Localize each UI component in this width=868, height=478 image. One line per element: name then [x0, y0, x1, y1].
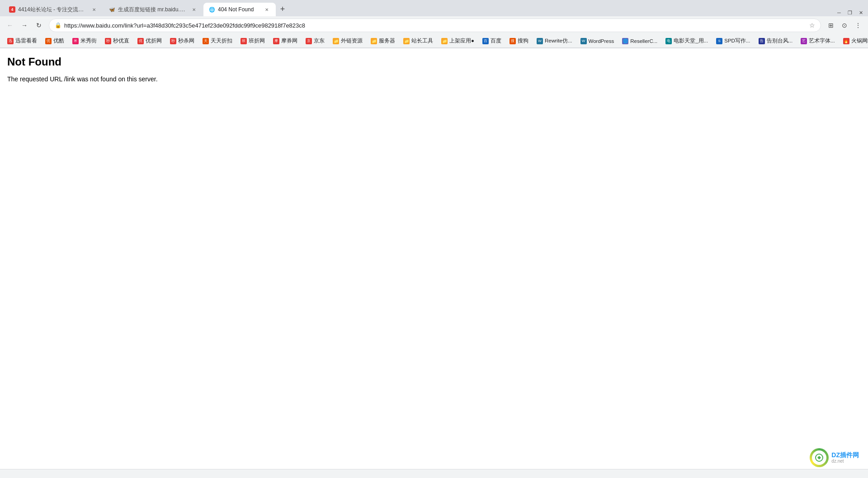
- address-text: https://www.baidu.com/link?url=a3f48d30f…: [64, 22, 807, 29]
- bookmark-jd[interactable]: 京 京东: [302, 36, 328, 46]
- tab-1-title: 4414站长论坛 - 专注交流的...: [18, 6, 88, 14]
- bookmark-zhangzhang[interactable]: 📁 站长工具: [400, 36, 437, 46]
- dz-logo-circle: [810, 448, 829, 467]
- bk-fuwuqi-label: 服务器: [379, 37, 395, 44]
- bk-sougou-favicon: 搜: [509, 38, 516, 44]
- bk-youku-label: 优酷: [53, 37, 64, 44]
- secure-icon: 🔒: [55, 22, 61, 28]
- bookmark-mixiu[interactable]: 米 米秀街: [69, 36, 100, 46]
- bookmark-tianzhe[interactable]: 天 天天折扣: [199, 36, 236, 46]
- bookmark-banzhe[interactable]: 班 班折网: [237, 36, 269, 46]
- bk-wordpress-favicon: W: [580, 38, 587, 44]
- more-button[interactable]: ⋮: [852, 19, 864, 32]
- tab-2-close[interactable]: ✕: [190, 6, 198, 13]
- bookmark-youzhe[interactable]: 优 优折网: [134, 36, 165, 46]
- bk-banzhe-label: 班折网: [249, 37, 265, 44]
- tabs-bar: 4 4414站长论坛 - 专注交流的... ✕ 🦋 生成百度短链接 mr.bai…: [0, 0, 868, 16]
- tab-2[interactable]: 🦋 生成百度短链接 mr.baidu.com... ✕: [104, 3, 203, 16]
- bk-reseller-label: ResellerC...: [630, 38, 657, 44]
- bk-wailian-favicon: 📁: [333, 38, 339, 44]
- bk-banzhe-favicon: 班: [241, 38, 247, 44]
- bookmark-shangjia[interactable]: 📁 上架应用●: [438, 36, 478, 46]
- bk-tianzhe-label: 天天折扣: [211, 37, 232, 44]
- address-bar[interactable]: 🔒 https://www.baidu.com/link?url=a3f48d3…: [49, 19, 821, 32]
- bookmark-rewrite[interactable]: W Rewrite仿...: [533, 36, 576, 46]
- dz-watermark: DZ插件网 dz.net: [810, 448, 859, 467]
- bookmark-huoguo[interactable]: 🔥 火锅网络: [840, 36, 868, 46]
- bookmark-reseller[interactable]: 🌐 ResellerC...: [618, 37, 661, 46]
- bookmark-xunlei[interactable]: 迅 迅雷看看: [4, 36, 41, 46]
- bookmark-wailian[interactable]: 📁 外链资源: [329, 36, 366, 46]
- bk-miaoyou-label: 秒优直: [113, 37, 129, 44]
- bookmark-youku[interactable]: 优 优酷: [42, 36, 68, 46]
- bookmark-sougou[interactable]: 搜 搜狗: [506, 36, 532, 46]
- reload-button[interactable]: ↻: [33, 19, 45, 32]
- bk-mixiu-label: 米秀街: [80, 37, 97, 44]
- bk-miaoshai-favicon: 秒: [170, 38, 176, 44]
- dz-sub-text: dz.net: [831, 459, 859, 464]
- tab-3-close[interactable]: ✕: [263, 6, 270, 13]
- bookmark-wordpress[interactable]: W WordPress: [577, 37, 618, 46]
- bk-reseller-favicon: 🌐: [622, 38, 628, 44]
- tab-3-favicon: 🌐: [209, 6, 215, 13]
- bk-dianying-label: 电影天堂_用...: [674, 37, 708, 44]
- bk-youku-favicon: 优: [45, 38, 52, 44]
- bookmark-gaobei[interactable]: 告 告别台风...: [755, 36, 797, 46]
- bookmark-baidu[interactable]: 百 百度: [479, 36, 505, 46]
- bk-shangjia-favicon: 📁: [441, 38, 448, 44]
- bk-baidu-label: 百度: [491, 37, 501, 44]
- tab-1-close[interactable]: ✕: [90, 6, 98, 13]
- bk-zhangzhang-label: 站长工具: [411, 37, 433, 44]
- bk-baidu-favicon: 百: [482, 38, 489, 44]
- bookmark-dianying[interactable]: 电 电影天堂_用...: [662, 36, 712, 46]
- bk-miaoshai-label: 秒杀网: [178, 37, 194, 44]
- dz-main-text: DZ插件网: [831, 451, 859, 459]
- tab-1[interactable]: 4 4414站长论坛 - 专注交流的... ✕: [4, 3, 103, 16]
- close-button[interactable]: ✕: [857, 9, 864, 16]
- restore-button[interactable]: ❐: [846, 9, 854, 16]
- bk-wordpress-label: WordPress: [589, 38, 614, 44]
- tab-2-favicon: 🦋: [109, 6, 115, 13]
- back-button[interactable]: ←: [4, 19, 16, 32]
- bk-xunlei-favicon: 迅: [7, 38, 14, 44]
- bk-spd-favicon: S: [716, 38, 722, 44]
- tab-1-favicon: 4: [9, 6, 15, 13]
- bk-spd-label: SPD写作...: [724, 37, 750, 44]
- bookmark-mojuan[interactable]: 摩 摩券网: [269, 36, 301, 46]
- tab-3[interactable]: 🌐 404 Not Found ✕: [203, 3, 276, 16]
- bk-yishu-favicon: 艺: [801, 38, 807, 44]
- browser-chrome: 4 4414站长论坛 - 专注交流的... ✕ 🦋 生成百度短链接 mr.bai…: [0, 0, 868, 48]
- dz-text: DZ插件网 dz.net: [831, 451, 859, 464]
- bk-mojuan-favicon: 摩: [273, 38, 279, 44]
- new-tab-button[interactable]: +: [276, 3, 289, 15]
- nav-right-buttons: ⊞ ⊙ ⋮: [825, 19, 864, 32]
- bookmark-fuwuqi[interactable]: 📁 服务器: [367, 36, 399, 46]
- bk-huoguo-label: 火锅网络: [851, 37, 868, 44]
- bk-youzhe-label: 优折网: [146, 37, 162, 44]
- forward-button[interactable]: →: [18, 19, 31, 32]
- page-body-text: The requested URL /link was not found on…: [7, 75, 861, 83]
- bookmark-miaoshai[interactable]: 秒 秒杀网: [166, 36, 198, 46]
- tab-3-title: 404 Not Found: [218, 6, 260, 13]
- bk-rewrite-favicon: W: [537, 38, 543, 44]
- bk-wailian-label: 外链资源: [341, 37, 363, 44]
- tab-2-title: 生成百度短链接 mr.baidu.com...: [118, 6, 188, 14]
- bookmark-miaoyou[interactable]: 秒 秒优直: [101, 36, 133, 46]
- bk-gaobei-favicon: 告: [759, 38, 765, 44]
- bk-shangjia-label: 上架应用●: [449, 37, 474, 44]
- bk-mixiu-favicon: 米: [72, 38, 79, 44]
- bk-zhangzhang-favicon: 📁: [403, 38, 410, 44]
- profile-button[interactable]: ⊙: [838, 19, 851, 32]
- status-bar: [0, 469, 868, 478]
- bookmark-yishu[interactable]: 艺 艺术字体...: [797, 36, 839, 46]
- bk-tianzhe-favicon: 天: [203, 38, 209, 44]
- bookmark-spd[interactable]: S SPD写作...: [712, 36, 754, 46]
- minimize-button[interactable]: ─: [835, 9, 843, 16]
- nav-bar: ← → ↻ 🔒 https://www.baidu.com/link?url=a…: [0, 16, 868, 34]
- window-controls: ─ ❐ ✕: [835, 9, 864, 16]
- extensions-button[interactable]: ⊞: [825, 19, 837, 32]
- bk-dianying-favicon: 电: [665, 38, 672, 44]
- bk-yishu-label: 艺术字体...: [809, 37, 835, 44]
- bookmark-star-icon[interactable]: ☆: [809, 22, 815, 29]
- bookmarks-bar: 迅 迅雷看看 优 优酷 米 米秀街 秒 秒优直 优 优折网 秒 秒杀网 天 天天…: [0, 34, 868, 48]
